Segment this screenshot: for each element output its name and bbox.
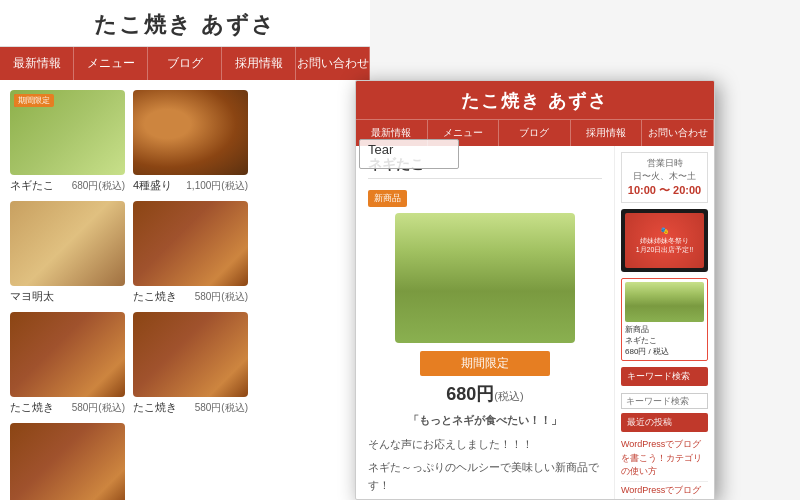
kikan-badge-0: 期間限定	[14, 94, 54, 107]
bg-nav-item-3[interactable]: 採用情報	[222, 47, 296, 80]
menu-item-img-1	[133, 90, 248, 175]
modal-nav-4[interactable]: お問い合わせ	[642, 120, 714, 146]
menu-item-label-1: 4種盛り 1,100円(税込)	[133, 178, 248, 193]
menu-item-price-4: 580円(税込)	[72, 401, 125, 415]
modal-body: ネギたこ 新商品 期間限定 680円(税込) 「もっとネギが食べたい！！」 そん…	[356, 146, 714, 500]
menu-item-name-1: 4種盛り	[133, 178, 172, 193]
modal-nav-3[interactable]: 採用情報	[571, 120, 643, 146]
modal-sidebar: 営業日時 日〜火、木〜土 10:00 〜 20:00 🎭 姉妹姉妹冬祭り 1月2…	[614, 146, 714, 500]
product-desc3: ネギた～っぷりのヘルシーで美味しい新商品です！	[368, 459, 602, 494]
menu-item-name-3: たこ焼き	[133, 289, 177, 304]
menu-item-4: たこ焼き 580円(税込)	[10, 312, 125, 415]
sidebar-posts-title: 最近の投稿	[621, 413, 708, 432]
menu-item-3: たこ焼き 580円(税込)	[133, 201, 248, 304]
bg-nav-item-4[interactable]: お問い合わせ	[296, 47, 370, 80]
promo-title: 姉妹姉妹冬祭り	[636, 236, 694, 246]
menu-item-label-5: たこ焼き 580円(税込)	[133, 400, 248, 415]
sidebar-post-1[interactable]: WordPressでブログを書こう！カテゴリの使い方	[621, 482, 708, 501]
sidebar-new-product: 新商品ネギたこ680円 / 税込	[621, 278, 708, 361]
bg-site-title: たこ焼き あずさ	[0, 10, 370, 40]
product-badge: 新商品	[368, 190, 407, 207]
sidebar-promo: 🎭 姉妹姉妹冬祭り 1月20日出店予定!!	[621, 209, 708, 272]
menu-item-label-4: たこ焼き 580円(税込)	[10, 400, 125, 415]
menu-item-name-2: マヨ明太	[10, 289, 54, 304]
menu-item-name-5: たこ焼き	[133, 400, 177, 415]
product-desc1: 「もっとネギが食べたい！！」	[368, 412, 602, 430]
bg-nav-item-2[interactable]: ブログ	[148, 47, 222, 80]
hours-label: 営業日時	[626, 157, 703, 170]
bg-nav-item-0[interactable]: 最新情報	[0, 47, 74, 80]
menu-item-name-4: たこ焼き	[10, 400, 54, 415]
product-price-suffix: (税込)	[494, 390, 523, 402]
kikan-label: 期間限定	[420, 351, 550, 376]
sidebar-new-text: 新商品ネギたこ680円 / 税込	[625, 324, 704, 357]
sidebar-hours: 営業日時 日〜火、木〜土 10:00 〜 20:00	[621, 152, 708, 203]
hours-weekday: 日〜火、木〜土	[626, 170, 703, 183]
menu-item-price-5: 580円(税込)	[195, 401, 248, 415]
menu-item-5: たこ焼き 580円(税込)	[133, 312, 248, 415]
hours-time: 10:00 〜 20:00	[626, 183, 703, 198]
product-image	[395, 213, 575, 343]
modal-header: たこ焼き あずさ	[356, 81, 714, 119]
menu-item-6: たこ焼き 580円(税込)	[10, 423, 125, 500]
promo-mascot: 🎭	[636, 226, 694, 236]
menu-item-img-0: 期間限定	[10, 90, 125, 175]
menu-item-label-3: たこ焼き 580円(税込)	[133, 289, 248, 304]
sidebar-new-img	[625, 282, 704, 322]
menu-item-price-3: 580円(税込)	[195, 290, 248, 304]
menu-item-price-1: 1,100円(税込)	[186, 179, 248, 193]
tear-label-area: Tear	[359, 139, 459, 169]
sidebar-post-0[interactable]: WordPressでブログを書こう！カテゴリの使い方	[621, 436, 708, 482]
sidebar-posts-list: WordPressでブログを書こう！カテゴリの使い方 WordPressでブログ…	[621, 436, 708, 500]
menu-item-img-4	[10, 312, 125, 397]
menu-item-0: 期間限定 ネギたこ 680円(税込)	[10, 90, 125, 193]
menu-item-2: マヨ明太	[10, 201, 125, 304]
promo-image: 🎭 姉妹姉妹冬祭り 1月20日出店予定!!	[625, 213, 704, 268]
bg-site-header: たこ焼き あずさ	[0, 0, 370, 47]
sidebar-search-title: キーワード検索	[621, 367, 708, 386]
bg-nav-item-1[interactable]: メニュー	[74, 47, 148, 80]
modal-main-content: ネギたこ 新商品 期間限定 680円(税込) 「もっとネギが食べたい！！」 そん…	[356, 146, 614, 500]
menu-item-1: 4種盛り 1,100円(税込)	[133, 90, 248, 193]
background-site: たこ焼き あずさ 最新情報 メニュー ブログ 採用情報 お問い合わせ 期間限定 …	[0, 0, 370, 500]
menu-item-label-0: ネギたこ 680円(税込)	[10, 178, 125, 193]
bg-menu-grid: 期間限定 ネギたこ 680円(税込) 4種盛り 1,100円(税込) マヨ明太	[0, 80, 370, 500]
product-desc2: そんな声にお応えしました！！！	[368, 436, 602, 454]
menu-item-label-2: マヨ明太	[10, 289, 125, 304]
product-price: 680円(税込)	[446, 384, 523, 404]
tear-text: Tear	[368, 142, 393, 157]
menu-item-img-5	[133, 312, 248, 397]
promo-desc: 1月20日出店予定!!	[636, 245, 694, 255]
menu-item-img-3	[133, 201, 248, 286]
modal-title: たこ焼き あずさ	[356, 89, 714, 113]
modal-nav-2[interactable]: ブログ	[499, 120, 571, 146]
menu-item-img-6	[10, 423, 125, 500]
search-input[interactable]	[621, 393, 708, 409]
bg-site-nav: 最新情報 メニュー ブログ 採用情報 お問い合わせ	[0, 47, 370, 80]
menu-item-name-0: ネギたこ	[10, 178, 54, 193]
menu-item-price-0: 680円(税込)	[72, 179, 125, 193]
menu-item-img-2	[10, 201, 125, 286]
